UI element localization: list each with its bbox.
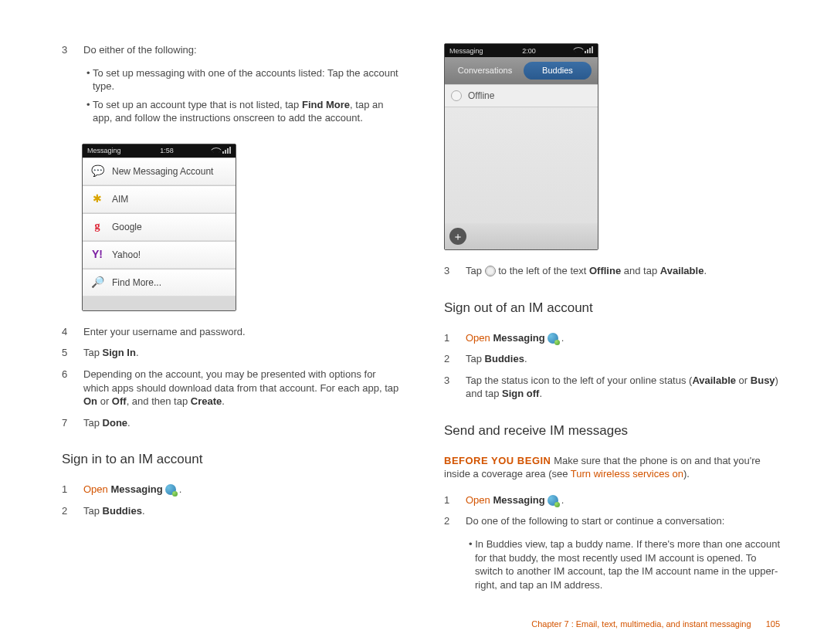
bullet-item: To set up messaging with one of the acco… <box>83 66 401 93</box>
status-dot-icon <box>451 90 462 101</box>
add-icon: ＋ <box>449 228 466 245</box>
page-footer: Chapter 7 : Email, text, multimedia, and… <box>531 619 780 630</box>
messaging-bubble-icon: 💬 <box>90 164 104 178</box>
signin-step-2: 2 Tap Buddies. <box>62 504 401 518</box>
phone-add-bar: ＋ <box>445 223 598 249</box>
signin-step-1: 1 Open Messaging . <box>62 483 401 497</box>
google-icon: g <box>90 220 104 234</box>
right-column: Messaging 2:00 Conversations Buddies Off… <box>444 43 783 602</box>
step-5: 5 Tap Sign In. <box>62 346 401 360</box>
step-7: 7 Tap Done. <box>62 416 401 430</box>
aim-icon: ✱ <box>90 192 104 206</box>
yahoo-icon: Y! <box>90 248 104 262</box>
before-you-begin-label: BEFORE YOU BEGIN <box>444 455 551 466</box>
wifi-icon <box>211 144 222 155</box>
right-step-3: 3 Tap to the left of the text Offline an… <box>444 264 783 278</box>
account-row-google: g Google <box>83 213 236 241</box>
section-heading-send: Send and receive IM messages <box>444 422 783 440</box>
phone-tabs: Conversations Buddies <box>445 57 598 84</box>
step-6: 6 Depending on the account, you may be p… <box>62 368 401 408</box>
phone-header: New Messaging Account <box>112 165 213 178</box>
status-app: Messaging <box>87 146 121 155</box>
account-row-aim: ✱ AIM <box>83 185 236 213</box>
wifi-icon <box>573 44 584 55</box>
bullet-item: To set up an account type that is not li… <box>83 98 401 125</box>
phone-screenshot-buddies: Messaging 2:00 Conversations Buddies Off… <box>444 43 598 250</box>
messaging-app-icon <box>548 495 558 506</box>
section-heading-signout: Sign out of an IM account <box>444 300 783 317</box>
footer-chapter: Chapter 7 : Email, text, multimedia, and… <box>531 619 751 629</box>
send-sub-bullets: In Buddies view, tap a buddy name. If th… <box>466 537 783 591</box>
send-step-2: 2 Do one of the following to start or co… <box>444 514 783 596</box>
step-3: 3 Do either of the following: To set up … <box>62 43 401 130</box>
signal-icon <box>585 46 593 53</box>
footer-page-number: 105 <box>766 619 780 629</box>
status-circle-icon <box>485 266 496 276</box>
status-icons <box>575 46 593 56</box>
tab-buddies: Buddies <box>524 62 592 80</box>
account-row-findmore: 🔎 Find More... <box>83 269 236 297</box>
messaging-app-icon <box>548 333 558 344</box>
messaging-app-icon <box>165 484 176 495</box>
send-step-1: 1 Open Messaging . <box>444 493 783 507</box>
status-time: 1:58 <box>160 146 174 155</box>
sub-bullets: To set up messaging with one of the acco… <box>83 66 401 125</box>
left-column: 3 Do either of the following: To set up … <box>62 43 401 602</box>
account-row-yahoo: Y! Yahoo! <box>83 241 236 269</box>
phone-screenshot-new-account: Messaging 1:58 💬 New Messaging Account ✱… <box>82 144 236 311</box>
step-4: 4 Enter your username and password. <box>62 325 401 339</box>
before-you-begin: BEFORE YOU BEGIN Make sure that the phon… <box>444 454 783 481</box>
offline-row: Offline <box>445 84 598 107</box>
phone-footer-space <box>83 297 236 310</box>
open-link[interactable]: Open <box>466 494 490 506</box>
signout-step-1: 1 Open Messaging . <box>444 331 783 345</box>
step-number: 3 <box>62 43 70 130</box>
bullet-item: In Buddies view, tap a buddy name. If th… <box>466 537 783 591</box>
findmore-icon: 🔎 <box>90 276 104 290</box>
signal-icon <box>222 147 231 154</box>
open-link[interactable]: Open <box>83 483 108 495</box>
section-heading-signin: Sign in to an IM account <box>62 451 401 469</box>
phone-header-row: 💬 New Messaging Account <box>83 158 236 185</box>
phone-empty-area <box>445 107 598 223</box>
signout-step-3: 3 Tap the status icon to the left of you… <box>444 374 783 401</box>
open-link[interactable]: Open <box>466 332 490 344</box>
status-icons <box>212 146 231 156</box>
phone-status-bar: Messaging 1:58 <box>83 144 236 158</box>
signout-step-2: 2 Tap Buddies. <box>444 352 783 366</box>
tab-conversations: Conversations <box>451 62 519 80</box>
page-body: 3 Do either of the following: To set up … <box>0 0 834 602</box>
step-text: Do either of the following: <box>83 44 197 56</box>
turn-wireless-link[interactable]: Turn wireless services on <box>571 468 683 480</box>
phone-status-bar: Messaging 2:00 <box>445 44 598 57</box>
